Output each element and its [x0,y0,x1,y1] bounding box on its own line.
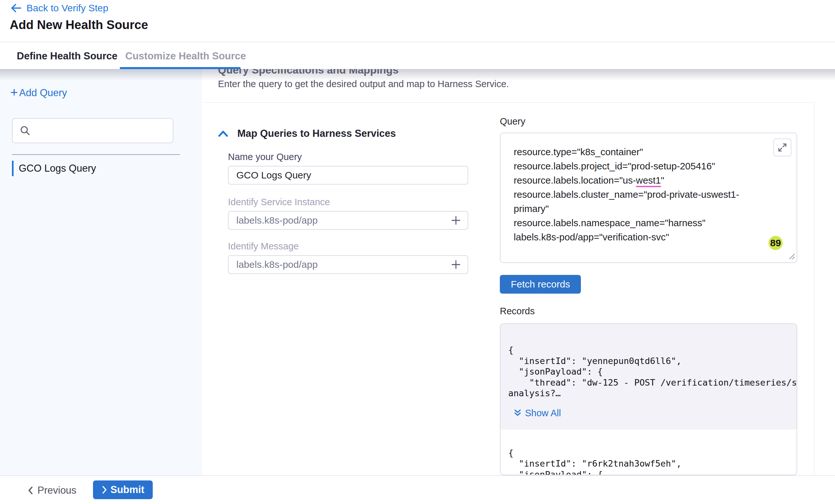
spellcheck-underline: west1 [636,175,661,187]
show-all-label: Show All [525,408,561,419]
plus-icon: + [10,87,18,97]
message-input[interactable] [229,256,451,273]
char-count-badge: 89 [769,236,783,250]
map-queries-title: Map Queries to Harness Services [237,128,396,140]
show-all-link[interactable]: Show All [513,408,789,419]
record-2-json: { "insertId": "r6rk2tnah3owf5eh", "jsonP… [508,447,789,476]
add-service-instance-plus-icon[interactable] [451,215,461,226]
back-to-verify-step-link[interactable]: Back to Verify Step [10,3,108,14]
page-title: Add New Health Source [10,18,148,32]
main-content: Query Specifications and Mappings Enter … [202,69,835,475]
fetch-records-button[interactable]: Fetch records [500,275,581,294]
query-name-field [228,166,468,185]
previous-button[interactable]: Previous [25,476,79,504]
tab-customize-health-source[interactable]: Customize Health Source [125,42,246,70]
chevron-left-icon [27,486,34,495]
identify-message-label: Identify Message [228,241,299,252]
query-text: resource.type="k8s_container" resource.l… [514,145,758,244]
sidebar-item-gco-logs-query[interactable]: GCO Logs Query [12,161,96,176]
add-query-button[interactable]: + Add Query [10,87,67,99]
map-queries-collapse-header[interactable]: Map Queries to Harness Services [218,128,396,140]
search-input[interactable] [35,121,173,141]
back-link-label: Back to Verify Step [26,3,108,14]
expand-query-button[interactable] [773,139,791,156]
chevron-right-icon [101,486,107,494]
query-search-box [12,118,174,143]
double-chevron-down-icon [513,408,522,418]
card-right-border [814,102,814,475]
tab-define-health-source[interactable]: Define Health Source [17,42,118,70]
footer-bar: Previous Submit [0,475,835,504]
record-item-2: { "insertId": "r6rk2tnah3owf5eh", "jsonP… [501,429,797,476]
section-subtitle: Enter the query to get the desired outpu… [218,79,509,89]
query-label: Query [500,116,525,127]
records-label: Records [500,306,535,317]
previous-label: Previous [38,485,77,496]
header: Back to Verify Step Add New Health Sourc… [0,0,835,42]
submit-button[interactable]: Submit [93,480,153,499]
record-item-1: { "insertId": "yennepun0qtd6ll6", "jsonP… [501,324,797,429]
record-1-json: { "insertId": "yennepun0qtd6ll6", "jsonP… [508,344,789,399]
service-instance-input[interactable] [229,212,451,228]
sidebar-divider [12,154,180,155]
message-field [228,255,468,274]
fullscreen-icon [777,143,787,152]
add-query-label: Add Query [19,87,67,99]
chevron-up-icon [218,130,228,137]
selected-indicator-bar [12,161,14,176]
query-sidebar: + Add Query GCO Logs Query [0,69,202,475]
card-top-divider [204,102,814,103]
back-arrow-icon [10,3,22,14]
query-name-input[interactable] [229,167,468,183]
identify-service-instance-label: Identify Service Instance [228,197,330,208]
submit-label: Submit [110,484,144,496]
section-heading: Query Specifications and Mappings [218,69,399,76]
add-health-source-page: Back to Verify Step Add New Health Sourc… [0,0,835,504]
search-icon [20,125,31,136]
query-item-label: GCO Logs Query [19,163,96,174]
add-message-plus-icon[interactable] [451,259,461,270]
name-your-query-label: Name your Query [228,152,302,162]
resize-handle-icon[interactable] [786,250,796,261]
query-editor[interactable]: resource.type="k8s_container" resource.l… [500,133,797,263]
records-panel: { "insertId": "yennepun0qtd6ll6", "jsonP… [500,323,797,475]
tab-bar: Define Health Source Customize Health So… [0,42,835,70]
service-instance-field [228,211,468,230]
body: + Add Query GCO Logs Query Query Specifi… [0,69,835,475]
